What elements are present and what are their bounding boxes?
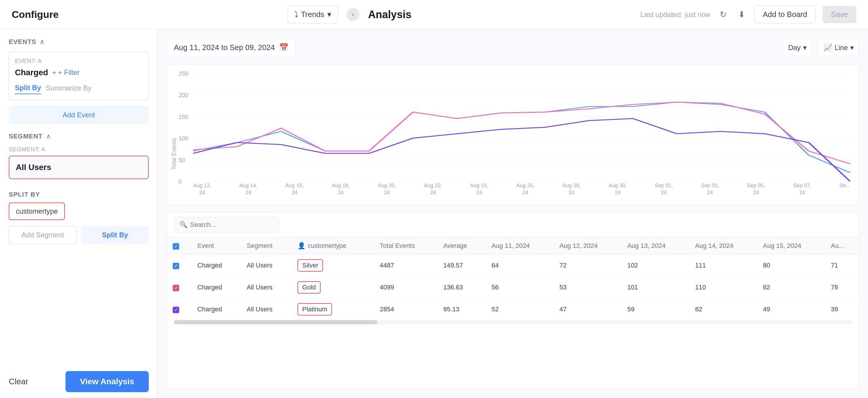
user-icon: 👤: [298, 242, 305, 250]
event-name-row: Charged + + Filter: [15, 68, 143, 77]
trends-label: Trends: [301, 10, 324, 19]
day-select-button[interactable]: Day ▾: [783, 39, 812, 56]
filter-label: + Filter: [58, 68, 80, 77]
x-label-aug24: Aug 24,24: [470, 182, 488, 196]
x-label-aug18: Aug 18,24: [332, 182, 350, 196]
row2-aug14: 110: [689, 277, 757, 298]
row2-aug12: 53: [554, 277, 621, 298]
configure-title: Configure: [12, 9, 59, 20]
scrollbar-thumb[interactable]: [174, 320, 377, 324]
row1-aug11: 64: [486, 255, 554, 277]
row1-aug13: 102: [621, 255, 689, 277]
line-select-button[interactable]: 📈 Line ▾: [818, 39, 859, 56]
view-analysis-button[interactable]: View Analysis: [65, 371, 149, 392]
search-input-wrap[interactable]: 🔍: [174, 217, 279, 232]
segment-section-header: SEGMENT ∧: [9, 133, 149, 140]
right-panel: Aug 11, 2024 to Sep 09, 2024 📅 Day ▾ 📈 L…: [158, 29, 868, 398]
summarize-by-tab[interactable]: Summarize By: [45, 82, 91, 94]
date-range-text: Aug 11, 2024 to Sep 09, 2024: [174, 43, 275, 52]
segment-name: All Users: [16, 163, 51, 172]
header-checkbox[interactable]: ✓: [173, 243, 179, 250]
split-by-button[interactable]: Split By: [82, 226, 149, 244]
line-chart-icon: 📈: [824, 44, 832, 52]
collapse-panel-button[interactable]: ‹: [347, 8, 360, 21]
data-table: ✓ Event Segment 👤 customertype Total Eve…: [167, 237, 859, 320]
save-button[interactable]: Save: [823, 6, 856, 23]
th-aug14: Aug 14, 2024: [689, 237, 757, 255]
row3-aug11: 52: [486, 298, 554, 320]
row3-segment: All Users: [241, 298, 292, 320]
chart-container: Total Events 250 200 150 100 50 0: [166, 64, 859, 205]
row2-more: 78: [825, 277, 859, 298]
refresh-button[interactable]: ↻: [717, 7, 729, 22]
add-segment-button[interactable]: Add Segment: [9, 226, 77, 244]
chart-type-controls: Day ▾ 📈 Line ▾: [783, 39, 859, 56]
event-tabs: Split By Summarize By: [15, 82, 143, 94]
event-a-label: EVENT: A: [15, 58, 143, 64]
segment-a-label: SEGMENT: A: [9, 146, 149, 153]
table-search: 🔍: [167, 212, 859, 237]
chart-controls: Aug 11, 2024 to Sep 09, 2024 📅 Day ▾ 📈 L…: [166, 38, 859, 57]
table-container: 🔍 ✓ Event Segment: [166, 212, 859, 389]
trends-button[interactable]: ⤵ Trends ▾: [287, 5, 338, 23]
events-collapse-button[interactable]: ∧: [40, 38, 44, 46]
x-label-sep01: Sep 01,24: [655, 182, 673, 196]
date-range-button[interactable]: Aug 11, 2024 to Sep 09, 2024 📅: [166, 38, 296, 57]
x-label-aug12: Aug 12,24: [193, 182, 211, 196]
x-axis: Aug 12,24 Aug 14,24 Aug 16,24 Aug 18,24 …: [193, 182, 850, 196]
download-button[interactable]: ⬇: [736, 7, 747, 22]
analysis-title: Analysis: [368, 8, 411, 21]
clear-button[interactable]: Clear: [9, 377, 28, 386]
row3-checkbox[interactable]: ✓: [167, 298, 191, 320]
segment-collapse-button[interactable]: ∧: [46, 133, 51, 140]
top-header: Configure ⤵ Trends ▾ ‹ Analysis Last upd…: [0, 0, 868, 29]
add-event-button[interactable]: Add Event: [9, 106, 149, 124]
search-input[interactable]: [190, 221, 274, 229]
row1-checkbox-icon[interactable]: ✓: [173, 263, 179, 269]
grid-label-50: 50: [179, 157, 185, 164]
split-by-label: SPLIT BY: [9, 191, 149, 198]
row1-event: Charged: [191, 255, 241, 277]
th-aug12: Aug 12, 2024: [554, 237, 621, 255]
x-label-aug14: Aug 14,24: [239, 182, 257, 196]
x-label-aug26: Aug 26,24: [516, 182, 534, 196]
th-customertype-label: customertype: [308, 242, 346, 250]
add-to-board-button[interactable]: Add to Board: [754, 5, 816, 23]
last-updated-text: Last updated: just now: [640, 10, 711, 19]
row1-checkbox[interactable]: ✓: [167, 255, 191, 277]
row2-total: 4099: [374, 277, 437, 298]
y-axis-label: Total Events: [171, 138, 177, 170]
chevron-down-icon: ▾: [327, 10, 331, 19]
row1-aug14: 111: [689, 255, 757, 277]
row3-aug12: 47: [554, 298, 621, 320]
grid-label-100: 100: [179, 135, 188, 142]
plus-icon: +: [52, 68, 56, 77]
row3-event: Charged: [191, 298, 241, 320]
x-label-aug16: Aug 16,24: [285, 182, 304, 196]
row2-checkbox-icon[interactable]: ✓: [173, 285, 179, 291]
split-by-tab[interactable]: Split By: [15, 82, 41, 94]
row3-total: 2854: [374, 298, 437, 320]
platinum-line: [193, 118, 850, 181]
row1-customertype: Silver: [292, 255, 374, 277]
x-label-sep03: Sep 03,24: [701, 182, 719, 196]
row2-checkbox[interactable]: ✓: [167, 277, 191, 298]
segment-a-box[interactable]: All Users: [9, 156, 149, 179]
x-label-aug20: Aug 20,24: [378, 182, 396, 196]
segment-section: SEGMENT ∧ SEGMENT: A All Users: [9, 133, 149, 185]
segment-actions: Add Segment Split By: [9, 226, 149, 244]
row3-checkbox-icon[interactable]: ✓: [173, 307, 179, 313]
row3-customertype-tag: Platinum: [298, 303, 332, 315]
day-label: Day: [788, 44, 801, 52]
row1-segment: All Users: [241, 255, 292, 277]
x-label-sep-more: Se...: [839, 182, 850, 196]
x-label-aug22: Aug 22,24: [424, 182, 442, 196]
grid-label-0: 0: [179, 178, 182, 185]
scrollbar-track[interactable]: [174, 320, 852, 324]
split-by-tag[interactable]: customertype: [9, 202, 65, 220]
th-aug15: Aug 15, 2024: [757, 237, 825, 255]
th-customertype-content: 👤 customertype: [298, 242, 368, 250]
filter-button[interactable]: + + Filter: [52, 68, 80, 77]
grid-label-150: 150: [179, 114, 188, 120]
app-container: Configure ⤵ Trends ▾ ‹ Analysis Last upd…: [0, 0, 868, 398]
